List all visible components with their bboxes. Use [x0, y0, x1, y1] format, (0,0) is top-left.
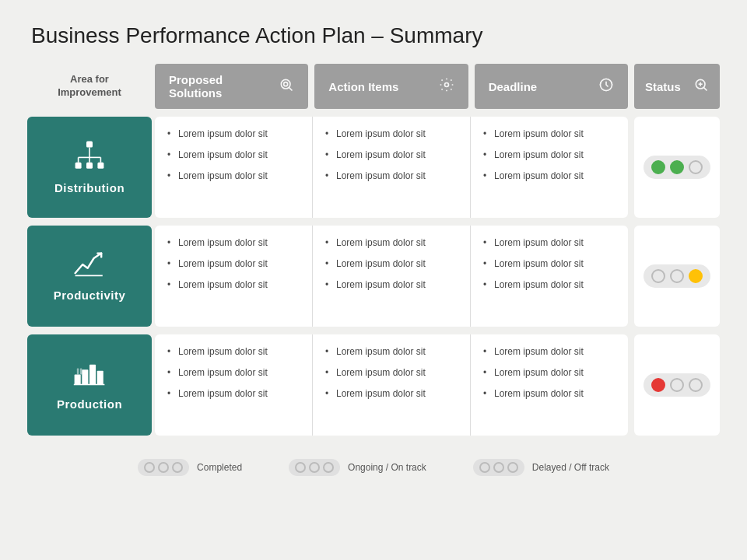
svg-rect-21	[89, 365, 96, 385]
page-title: Business Performance Action Plan – Summa…	[0, 0, 747, 64]
list-item: Lorem ipsum dolor sit	[325, 366, 458, 380]
dot-green	[651, 160, 665, 174]
svg-rect-25	[80, 369, 82, 375]
svg-rect-10	[75, 163, 82, 169]
list-item: Lorem ipsum dolor sit	[483, 278, 615, 292]
header-row: Area for Improvement Proposed Solutions …	[27, 64, 720, 109]
list-item: Lorem ipsum dolor sit	[483, 236, 615, 250]
legend-dot-yellow	[323, 462, 334, 473]
svg-rect-20	[82, 369, 88, 384]
production-col3: Lorem ipsum dolor sit Lorem ipsum dolor …	[471, 334, 628, 436]
distribution-status	[634, 117, 720, 218]
legend-row: Completed Ongoing / On track Delayed / O…	[0, 443, 747, 484]
list-item: Lorem ipsum dolor sit	[167, 278, 300, 292]
status-dots-delayed	[644, 373, 710, 397]
list-item: Lorem ipsum dolor sit	[325, 236, 458, 250]
list-item: Lorem ipsum dolor sit	[483, 366, 615, 380]
list-item: Lorem ipsum dolor sit	[167, 345, 300, 359]
legend-dot-green2	[158, 462, 169, 473]
legend-dot-empty4	[493, 462, 504, 473]
legend-dot-empty1	[172, 462, 183, 473]
distribution-row: Distribution Lorem ipsum dolor sit Lorem…	[27, 117, 720, 218]
list-item: Lorem ipsum dolor sit	[325, 387, 458, 401]
productivity-category: Productivity	[27, 226, 152, 327]
dot-empty1	[651, 269, 665, 283]
productivity-status	[634, 226, 720, 327]
production-icon	[73, 359, 106, 391]
dot-empty2	[670, 269, 684, 283]
distribution-col1: Lorem ipsum dolor sit Lorem ipsum dolor …	[155, 117, 313, 218]
productivity-label: Productivity	[54, 289, 126, 302]
svg-rect-24	[77, 369, 79, 375]
list-item: Lorem ipsum dolor sit	[483, 128, 615, 141]
legend-dots-ongoing	[289, 459, 340, 476]
svg-point-0	[282, 79, 291, 89]
list-item: Lorem ipsum dolor sit	[325, 149, 458, 162]
list-item: Lorem ipsum dolor sit	[483, 345, 615, 359]
search-icon	[279, 77, 294, 96]
gear-icon	[439, 77, 454, 96]
svg-point-1	[284, 82, 288, 86]
area-label: Area for Improvement	[27, 64, 152, 109]
svg-rect-12	[97, 163, 103, 169]
svg-point-3	[444, 82, 448, 86]
list-item: Lorem ipsum dolor sit	[167, 387, 300, 401]
status-dots-ongoing	[644, 264, 710, 288]
production-status	[634, 334, 720, 436]
list-item: Lorem ipsum dolor sit	[325, 128, 458, 141]
legend-dots-delayed	[473, 459, 524, 476]
list-item: Lorem ipsum dolor sit	[167, 366, 300, 380]
zoom-icon	[693, 77, 709, 96]
legend-delayed: Delayed / Off track	[473, 459, 609, 476]
distribution-icon	[74, 140, 105, 175]
production-content: Lorem ipsum dolor sit Lorem ipsum dolor …	[155, 334, 628, 436]
productivity-col2: Lorem ipsum dolor sit Lorem ipsum dolor …	[313, 226, 471, 327]
legend-dot-empty5	[507, 462, 518, 473]
list-item: Lorem ipsum dolor sit	[167, 170, 300, 183]
distribution-category: Distribution	[27, 117, 152, 218]
list-item: Lorem ipsum dolor sit	[483, 257, 615, 271]
action-items-header: Action Items	[314, 64, 468, 109]
list-item: Lorem ipsum dolor sit	[167, 149, 300, 162]
svg-rect-22	[97, 371, 103, 385]
list-item: Lorem ipsum dolor sit	[167, 236, 300, 250]
distribution-col2: Lorem ipsum dolor sit Lorem ipsum dolor …	[313, 117, 471, 218]
distribution-content: Lorem ipsum dolor sit Lorem ipsum dolor …	[155, 117, 628, 218]
svg-rect-9	[86, 142, 93, 148]
list-item: Lorem ipsum dolor sit	[483, 149, 615, 162]
legend-delayed-label: Delayed / Off track	[532, 462, 609, 473]
status-header: Status	[634, 64, 720, 109]
production-category: Production	[27, 334, 152, 436]
dot-green2	[670, 160, 684, 174]
legend-ongoing-label: Ongoing / On track	[348, 462, 426, 473]
list-item: Lorem ipsum dolor sit	[325, 170, 458, 183]
legend-dot-empty2	[295, 462, 306, 473]
list-item: Lorem ipsum dolor sit	[325, 278, 458, 292]
dot-red	[651, 378, 665, 392]
dot-empty	[689, 160, 703, 174]
status-dots-completed	[644, 156, 710, 179]
clock-icon	[598, 77, 614, 96]
deadline-header: Deadline	[475, 64, 628, 109]
list-item: Lorem ipsum dolor sit	[483, 387, 615, 401]
productivity-col3: Lorem ipsum dolor sit Lorem ipsum dolor …	[471, 226, 628, 327]
list-item: Lorem ipsum dolor sit	[167, 257, 300, 271]
svg-rect-11	[86, 163, 93, 169]
proposed-solutions-header: Proposed Solutions	[155, 64, 308, 109]
productivity-icon	[74, 250, 105, 282]
production-col2: Lorem ipsum dolor sit Lorem ipsum dolor …	[313, 334, 471, 436]
productivity-content: Lorem ipsum dolor sit Lorem ipsum dolor …	[155, 226, 628, 327]
svg-line-6	[703, 87, 707, 90]
legend-completed: Completed	[138, 459, 242, 476]
legend-ongoing: Ongoing / On track	[289, 459, 426, 476]
list-item: Lorem ipsum dolor sit	[325, 345, 458, 359]
legend-completed-label: Completed	[197, 462, 242, 473]
svg-rect-19	[75, 375, 81, 385]
legend-dot-empty3	[309, 462, 320, 473]
production-col1: Lorem ipsum dolor sit Lorem ipsum dolor …	[155, 334, 313, 436]
dot-yellow	[689, 269, 703, 283]
productivity-col1: Lorem ipsum dolor sit Lorem ipsum dolor …	[155, 226, 313, 327]
legend-dot-red	[479, 462, 490, 473]
legend-dot-green1	[144, 462, 155, 473]
list-item: Lorem ipsum dolor sit	[483, 170, 615, 183]
